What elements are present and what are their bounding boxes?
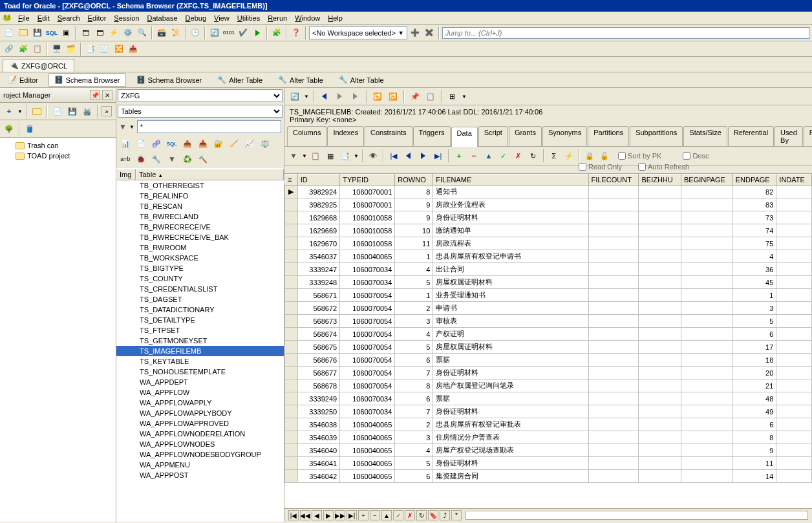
grid-cell[interactable]: 74 [732,224,776,237]
data-sum-icon[interactable]: Σ [548,149,561,162]
detail-tab-triggers[interactable]: Triggers [413,126,451,146]
grid-cell[interactable]: 房屋权属证明材料 [433,341,588,354]
grid-cell[interactable] [776,302,812,315]
gnav-refresh-icon[interactable]: ↻ [416,510,427,520]
menu-window[interactable]: Window [291,13,324,23]
grid-cell[interactable] [681,250,732,263]
grid-cell[interactable]: 1629668 [297,211,340,224]
menu-search[interactable]: Search [54,13,84,23]
menu-utilities[interactable]: Utilities [233,13,264,23]
grid-cell[interactable]: 9 [395,211,433,224]
grid-cell[interactable] [639,198,681,211]
detail-tab-used by[interactable]: Used By [775,126,803,146]
grid-cell[interactable] [681,237,732,250]
grid-cell[interactable]: 11 [732,457,776,470]
grid-cell[interactable] [681,431,732,444]
grid-cell[interactable]: 3982924 [297,186,340,198]
grid-row[interactable]: 56867810600700548房地产权属登记询问笔录21 [285,379,812,392]
grid-cell[interactable] [588,379,639,392]
detail-tab-indexes[interactable]: Indexes [327,126,364,146]
grid-cell[interactable]: 568675 [297,341,340,354]
grid-cell[interactable]: 49 [732,405,776,418]
grid-cell[interactable] [639,276,681,289]
obj-funnel-icon[interactable] [166,153,178,165]
doc-tab[interactable]: 🗄️Schema Browser [131,74,208,86]
gnav-del-icon[interactable]: − [370,510,380,520]
gnav-prevpg-icon[interactable]: ◀◀ [300,510,310,520]
gnav-last-icon[interactable]: ▶| [347,510,357,520]
table-row[interactable]: TS_COUNTY [116,273,284,284]
grid-row[interactable]: 333925010600700347身份证明材料49 [285,405,812,418]
grid-cell[interactable] [776,444,812,457]
grid-row[interactable]: 56867210600700542申请书3 [285,302,812,315]
pm-pin-icon[interactable]: 📌 [90,90,100,100]
doc-tab[interactable]: 📝Editor [3,74,43,86]
grid-cell[interactable] [776,263,812,276]
grid-cell[interactable] [639,328,681,341]
grid-cell[interactable] [681,418,732,431]
grid-cell[interactable]: 8 [395,186,433,198]
grid-cell[interactable] [639,367,681,379]
table-row[interactable]: TB_REALINFO [116,191,284,201]
grid-cell[interactable] [588,457,639,470]
grid-cell[interactable]: 1060010058 [340,237,395,250]
grid-cell[interactable]: 73 [732,211,776,224]
detail-tab-grants[interactable]: Grants [509,126,542,146]
grid-cell[interactable]: 8 [395,379,433,392]
grid-cell[interactable] [681,457,732,470]
grid-cell[interactable]: 83 [732,198,776,211]
grid-cell[interactable]: 产权证明 [433,328,588,341]
detail-tab-partitions[interactable]: Partitions [588,126,629,146]
row-indicator[interactable]: ▶ [285,186,298,198]
gnav-first-icon[interactable]: |◀ [288,510,299,520]
grid-row[interactable]: 56867110600700541业务受理通知书1 [285,289,812,302]
detail-tab-referential[interactable]: Referential [728,126,774,146]
table-row[interactable]: TS_DATADICTIONARY [116,304,284,315]
help-icon[interactable]: ❓ [290,27,303,39]
grid-row[interactable]: 1629669106001005810缴纳通知单74 [285,224,812,237]
grid-cell[interactable]: 4 [395,328,433,341]
grid-cell[interactable]: 7 [395,367,433,379]
grid-row[interactable]: 56867310600700543审核表5 [285,315,812,328]
workspace-combo[interactable]: <No Workspace selected> ▼ [309,27,407,39]
data-filter-icon[interactable] [287,149,300,162]
grid-cell[interactable]: 3339249 [297,392,340,405]
dt-fwd-icon[interactable] [334,90,347,103]
grid-row[interactable]: ▶398292410600700018通知书82 [285,186,812,198]
row-indicator[interactable] [285,302,298,315]
grid-cell[interactable] [588,302,639,315]
grid-cell[interactable] [776,211,812,224]
grid-cell[interactable] [588,341,639,354]
data-add-icon[interactable]: + [453,149,465,162]
grid-cell[interactable]: 业务受理通知书 [433,289,588,302]
grid-cell[interactable] [681,367,732,379]
gnav-add-icon[interactable]: + [358,510,369,520]
grid-cell[interactable]: 3982925 [297,198,340,211]
filter-icon[interactable] [119,122,127,131]
grid-cell[interactable]: 18 [732,354,776,367]
menu-session[interactable]: Session [110,13,143,23]
grid-cell[interactable]: 3339247 [297,263,340,276]
gnav-post-icon[interactable]: ✓ [393,510,403,520]
detail-tab-constraints[interactable]: Constraints [365,126,412,146]
table-row[interactable]: TS_IMAGEFILEMB [116,346,284,356]
grid-cell[interactable]: 36 [732,263,776,276]
grid-cell[interactable]: 568678 [297,379,340,392]
cascade-icon[interactable]: ▣ [59,27,72,39]
grid-column-indate[interactable]: INDATE [776,175,812,186]
grid-cell[interactable]: 1060040065 [340,250,395,263]
object-list[interactable]: TB_OTHERREGISTTB_REALINFOTB_RESCANTB_RWR… [116,180,284,522]
grid-cell[interactable]: 1060040065 [340,418,395,431]
grid-cell[interactable] [588,315,639,328]
grid-cell[interactable] [776,341,812,354]
ws-add-icon[interactable]: ➕ [409,27,422,39]
table-row[interactable]: WA_APPPOST [116,470,284,480]
dt-play-icon[interactable] [349,90,362,103]
table-row[interactable]: TS_DETAILTYPE [116,315,284,325]
grid-cell[interactable]: 1060070001 [340,198,395,211]
grid-cell[interactable] [639,354,681,367]
nav-last-icon[interactable]: ▶| [432,149,445,162]
col-table[interactable]: Table ▲ [136,169,284,180]
table-row[interactable]: TS_GETMONEYSET [116,336,284,346]
table-row[interactable]: WA_APPFLOW [116,387,284,398]
